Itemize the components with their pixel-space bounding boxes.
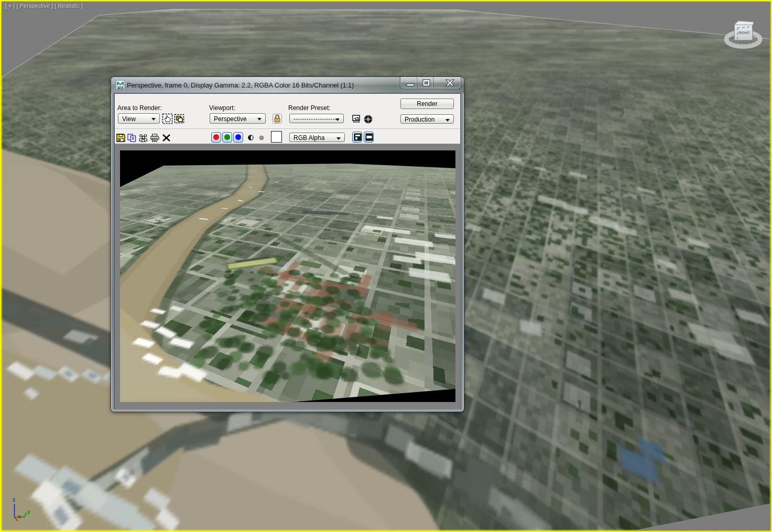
svg-text:3DS: 3DS [117, 86, 124, 90]
